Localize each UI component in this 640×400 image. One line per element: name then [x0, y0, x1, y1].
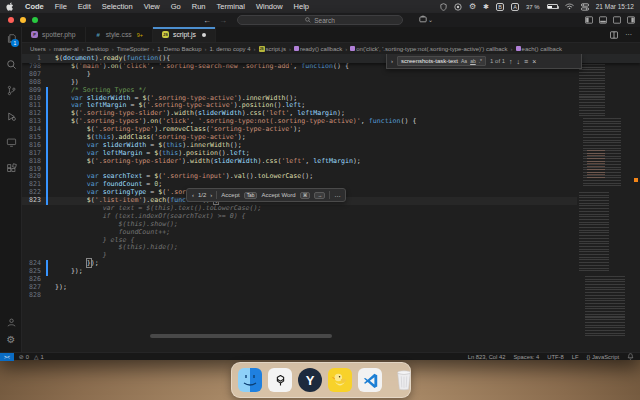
code-line[interactable]: 826: [22, 276, 640, 284]
tab-spotter-php[interactable]: P spotter.php: [22, 27, 86, 42]
menu-code[interactable]: Code: [25, 2, 44, 11]
eol-sequence[interactable]: LF: [572, 354, 579, 360]
split-editor-icon[interactable]: [610, 31, 618, 39]
whole-word-toggle[interactable]: ab: [470, 58, 476, 64]
menu-go[interactable]: Go: [171, 2, 181, 11]
menu-terminal[interactable]: Terminal: [217, 2, 245, 11]
errors-count[interactable]: 0: [26, 354, 29, 360]
editor[interactable]: 1$(document).ready(function(){798 $('mai…: [22, 54, 640, 339]
minimap[interactable]: [577, 54, 633, 339]
breadcrumb-item[interactable]: on('click', '.sorting-type:not(.sorting-…: [350, 46, 507, 52]
code-line[interactable]: 807 }: [22, 71, 640, 79]
code-line[interactable]: }: [22, 252, 640, 260]
more-actions-icon[interactable]: ⋯: [625, 31, 632, 39]
breadcrumb-item[interactable]: 1. demo copy 4: [210, 46, 251, 52]
dock-trash-icon[interactable]: [394, 367, 414, 393]
suggestion-more-icon[interactable]: ⋯: [334, 192, 340, 199]
b-app-icon[interactable]: B: [496, 3, 504, 11]
code-line[interactable]: 824 });: [22, 260, 640, 268]
encoding[interactable]: UTF-8: [547, 354, 563, 360]
suggestion-prev-icon[interactable]: ‹: [192, 192, 194, 198]
menu-window[interactable]: Window: [256, 2, 283, 11]
wifi-icon[interactable]: [565, 2, 574, 11]
warnings-icon[interactable]: △: [34, 354, 38, 360]
asterisk-icon[interactable]: ✱: [483, 2, 489, 11]
nav-forward-icon[interactable]: →: [219, 16, 227, 25]
close-find-icon[interactable]: ×: [532, 58, 536, 65]
control-center-icon[interactable]: [581, 2, 589, 11]
code-line[interactable]: 825 });: [22, 268, 640, 276]
find-input[interactable]: screenshots-task-text Aa ab .*: [397, 56, 486, 66]
accept-button[interactable]: Accept: [221, 192, 239, 198]
close-window-button[interactable]: [8, 17, 14, 23]
source-control-icon[interactable]: [0, 80, 22, 100]
nav-back-icon[interactable]: ←: [203, 16, 211, 25]
apple-menu-icon[interactable]: [6, 2, 14, 11]
breadcrumb-item[interactable]: JSscript.js: [259, 46, 286, 52]
breadcrumb-item[interactable]: master-al: [54, 46, 79, 52]
menu-view[interactable]: View: [144, 2, 160, 11]
input-source-icon[interactable]: A: [511, 3, 519, 11]
remote-explorer-icon[interactable]: [0, 132, 22, 152]
settings-gear-icon[interactable]: ⚙: [0, 329, 22, 349]
minimize-window-button[interactable]: [20, 17, 26, 23]
code-line[interactable]: 828: [22, 292, 640, 300]
toggle-replace-icon[interactable]: ›: [391, 58, 393, 64]
dock-yandex-icon[interactable]: Y: [298, 367, 322, 393]
breadcrumb-item[interactable]: Users: [30, 46, 46, 52]
git-gutter-indicator: [46, 95, 48, 103]
run-debug-icon[interactable]: [0, 106, 22, 126]
toggle-panel-icon[interactable]: [599, 16, 607, 24]
dock-finder-icon[interactable]: [238, 367, 262, 393]
warnings-count[interactable]: 1: [40, 354, 43, 360]
menu-run[interactable]: Run: [192, 2, 206, 11]
line-number: [22, 237, 46, 245]
code-line[interactable]: $(this).hide();: [22, 244, 640, 252]
breadcrumb-item[interactable]: Desktop: [87, 46, 109, 52]
match-case-toggle[interactable]: Aa: [461, 58, 467, 64]
find-in-selection-icon[interactable]: ≡: [524, 58, 528, 65]
menu-selection[interactable]: Selection: [102, 2, 133, 11]
breadcrumb-item[interactable]: 1. Demo Backup: [157, 46, 201, 52]
menu-help[interactable]: Help: [294, 2, 309, 11]
find-next-icon[interactable]: ↓: [517, 58, 521, 65]
search-sidebar-icon[interactable]: [0, 54, 22, 74]
command-center-search[interactable]: Search: [237, 15, 403, 25]
remote-indicator[interactable]: ><: [0, 353, 14, 361]
gear-menu-icon[interactable]: ⚙: [469, 2, 476, 11]
overview-ruler[interactable]: [633, 54, 640, 339]
accept-word-button[interactable]: Accept Word: [261, 192, 295, 198]
shield-icon[interactable]: [440, 2, 447, 11]
code-line[interactable]: 818 $('.sorting-type-slider').width(slid…: [22, 158, 640, 166]
tab-style-css[interactable]: # style.css 9+: [86, 27, 153, 42]
suggestion-next-icon[interactable]: ›: [210, 192, 212, 198]
breadcrumb-item[interactable]: TimeSpotter: [117, 46, 149, 52]
notifications-bell-icon[interactable]: [627, 353, 634, 360]
indentation[interactable]: Spaces: 4: [513, 354, 539, 360]
dock-duck-icon[interactable]: [328, 367, 352, 393]
menubar-clock[interactable]: 21 Mar 15:12: [596, 3, 634, 10]
code-line[interactable]: 827});: [22, 284, 640, 292]
find-previous-icon[interactable]: ↑: [509, 58, 513, 65]
modified-dot-icon[interactable]: [202, 33, 206, 37]
language-mode[interactable]: {} JavaScript: [586, 354, 619, 360]
profile-tool-icon[interactable]: ⌄: [419, 15, 433, 23]
app-circle-icon[interactable]: [454, 2, 462, 11]
extensions-icon[interactable]: [0, 158, 22, 178]
breadcrumb-item[interactable]: each() callback: [516, 46, 562, 52]
line-number: [22, 229, 46, 237]
errors-icon[interactable]: ⊘: [19, 354, 24, 360]
toggle-sidebar-icon[interactable]: [585, 16, 593, 24]
dock-vscode-icon[interactable]: [358, 367, 382, 393]
breadcrumb-item[interactable]: ready() callback: [294, 46, 342, 52]
dock-chatgpt-icon[interactable]: [268, 367, 292, 393]
menu-file[interactable]: File: [55, 2, 67, 11]
menu-edit[interactable]: Edit: [78, 2, 91, 11]
horizontal-scrollbar[interactable]: [150, 334, 332, 338]
customize-layout-icon[interactable]: [627, 16, 635, 24]
zoom-window-button[interactable]: [32, 17, 38, 23]
regex-toggle[interactable]: .*: [479, 58, 482, 64]
cursor-position[interactable]: Ln 823, Col 42: [468, 354, 506, 360]
tab-script-js[interactable]: JS script.js: [153, 27, 216, 42]
toggle-secondary-sidebar-icon[interactable]: [613, 16, 621, 24]
